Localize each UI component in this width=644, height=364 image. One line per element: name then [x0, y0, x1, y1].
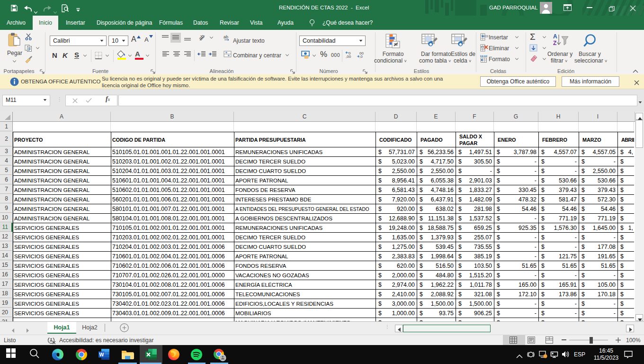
svg-text:Z: Z — [553, 40, 556, 46]
svg-text:ab: ab — [199, 34, 206, 41]
svg-text:,00: ,00 — [346, 55, 351, 58]
svg-text:A: A — [553, 33, 557, 40]
svg-text:,0: ,0 — [359, 55, 363, 58]
svg-text:W: W — [99, 352, 104, 357]
svg-text:ab: ab — [224, 35, 228, 39]
